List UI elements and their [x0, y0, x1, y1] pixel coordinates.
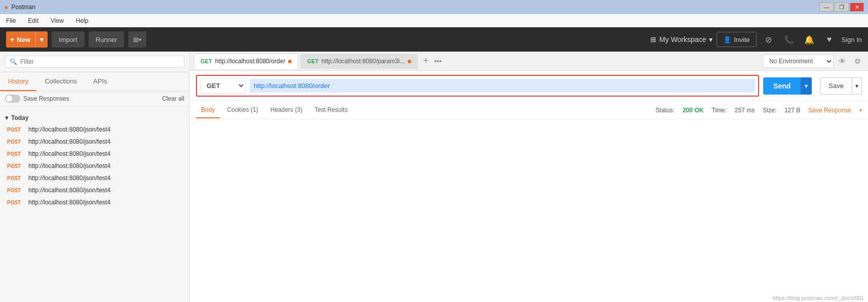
- tab-request-1[interactable]: GET http://localhost:8080/order: [194, 54, 298, 69]
- workspace-label: My Workspace: [659, 35, 706, 44]
- heart-button[interactable]: ♥: [821, 31, 838, 48]
- history-url: http://localhost:8080/json/test4: [28, 199, 110, 206]
- list-item[interactable]: POST http://localhost:8080/json/test4: [0, 123, 189, 136]
- tab-test-results[interactable]: Test Results: [309, 102, 352, 118]
- response-tabs-bar: Body Cookies (1) Headers (3) Test Result…: [190, 101, 868, 119]
- phone-icon-button[interactable]: 📞: [781, 31, 797, 48]
- list-item[interactable]: POST http://localhost:8080/json/test4: [0, 148, 189, 160]
- import-button[interactable]: Import: [52, 31, 85, 48]
- more-tabs-button[interactable]: •••: [434, 57, 442, 65]
- tab-request-2[interactable]: GET http://localhost:8080/param3i...: [300, 54, 418, 69]
- request-builder-outer: GET POST PUT DELETE PATCH Send ▾ Save ▾: [190, 71, 868, 101]
- intercept-arrow: ▾: [139, 37, 141, 42]
- tab-headers[interactable]: Headers (3): [265, 102, 307, 118]
- tab-method-label-1: GET: [201, 58, 212, 64]
- save-button-arrow[interactable]: ▾: [852, 77, 862, 95]
- intercept-button[interactable]: ⊞ ▾: [128, 31, 146, 48]
- workspace-button[interactable]: ⊞ My Workspace ▾: [650, 35, 713, 44]
- workspace-chevron-icon: ▾: [709, 35, 713, 44]
- menu-view[interactable]: View: [49, 16, 66, 25]
- list-item[interactable]: POST http://localhost:8080/json/test4: [0, 172, 189, 184]
- new-button-main[interactable]: + New: [6, 31, 36, 48]
- toolbar: + New ▾ Import Runner ⊞ ▾ ⊞ My Workspace…: [0, 27, 868, 52]
- history-url: http://localhost:8080/json/test4: [28, 175, 110, 182]
- tab-history[interactable]: History: [0, 72, 36, 91]
- app-icon: ●: [4, 3, 8, 11]
- search-toggle-button[interactable]: ⊘: [761, 31, 777, 48]
- environment-select[interactable]: No Environment: [763, 55, 834, 68]
- notification-button[interactable]: 🔔: [801, 31, 817, 48]
- tab-method-label-2: GET: [307, 58, 319, 64]
- sidebar: 🔍 History Collections APIs Save Response…: [0, 52, 190, 302]
- size-value: 127 B: [784, 107, 800, 114]
- workspace-grid-icon: ⊞: [650, 35, 656, 44]
- sign-in-button[interactable]: Sign In: [842, 36, 862, 44]
- maximize-button[interactable]: ❐: [835, 3, 849, 12]
- menu-bar: File Edit View Help: [0, 14, 868, 27]
- sidebar-content: ▾ Today POST http://localhost:8080/json/…: [0, 106, 189, 302]
- new-button-arrow[interactable]: ▾: [36, 31, 48, 48]
- list-item[interactable]: POST http://localhost:8080/json/test4: [0, 184, 189, 196]
- minimize-button[interactable]: —: [819, 3, 834, 12]
- list-item[interactable]: POST http://localhost:8080/json/test4: [0, 196, 189, 208]
- phone-icon: 📞: [784, 35, 794, 45]
- environment-selector-wrap: No Environment 👁 ⚙: [763, 55, 864, 68]
- clear-all-button[interactable]: Clear all: [162, 95, 184, 102]
- new-label: New: [17, 36, 30, 44]
- title-bar-left: ● Postman: [4, 3, 35, 11]
- history-group-header: ▾ Today: [0, 112, 189, 123]
- app-title: Postman: [11, 4, 35, 11]
- method-select[interactable]: GET POST PUT DELETE PATCH: [200, 78, 246, 94]
- send-button[interactable]: Send: [763, 77, 801, 95]
- tab-unsaved-dot-1: [288, 60, 292, 63]
- send-button-group: Send ▾: [763, 77, 812, 95]
- list-item[interactable]: POST http://localhost:8080/json/test4: [0, 160, 189, 172]
- filter-input[interactable]: [20, 58, 180, 65]
- tab-body[interactable]: Body: [196, 102, 220, 118]
- tab-url-label-2: http://localhost:8080/param3i...: [322, 58, 405, 65]
- tab-unsaved-dot-2: [408, 60, 411, 63]
- tab-cookies[interactable]: Cookies (1): [222, 102, 263, 118]
- title-bar-controls: — ❐ ✕: [819, 3, 864, 12]
- runner-button[interactable]: Runner: [89, 31, 125, 48]
- status-value: 200 OK: [683, 107, 703, 114]
- save-button[interactable]: Save: [820, 77, 852, 95]
- send-button-arrow[interactable]: ▾: [801, 77, 812, 95]
- method-badge: POST: [7, 200, 24, 205]
- invite-button[interactable]: 👤 Invite: [717, 32, 756, 47]
- toggle-knob: [6, 96, 12, 102]
- gear-icon: ⚙: [854, 57, 861, 65]
- request-area: GET http://localhost:8080/order GET http…: [190, 52, 868, 302]
- time-label: Time:: [712, 107, 727, 114]
- response-area: Body Cookies (1) Headers (3) Test Result…: [190, 101, 868, 302]
- close-button[interactable]: ✕: [850, 3, 864, 12]
- menu-help[interactable]: Help: [74, 16, 91, 25]
- save-responses-toggle-wrap: Save Responses: [5, 95, 69, 103]
- add-tab-button[interactable]: +: [420, 55, 432, 67]
- method-badge: POST: [7, 151, 24, 157]
- tab-url-label-1: http://localhost:8080/order: [215, 58, 286, 65]
- save-responses-toggle[interactable]: [5, 95, 20, 103]
- sidebar-tabs: History Collections APIs: [0, 72, 189, 92]
- tab-apis[interactable]: APIs: [85, 72, 115, 91]
- save-response-button[interactable]: Save Response: [808, 107, 851, 114]
- env-gear-button[interactable]: ⚙: [851, 55, 864, 68]
- env-eye-button[interactable]: 👁: [836, 55, 849, 68]
- title-bar: ● Postman — ❐ ✕: [0, 0, 868, 14]
- menu-edit[interactable]: Edit: [26, 16, 41, 25]
- method-badge: POST: [7, 176, 24, 181]
- history-url: http://localhost:8080/json/test4: [28, 162, 110, 169]
- list-item[interactable]: POST http://localhost:8080/json/test4: [0, 136, 189, 148]
- chevron-down-icon: ▾: [5, 114, 8, 121]
- history-url: http://localhost:8080/json/test4: [28, 150, 110, 157]
- new-button[interactable]: + New ▾: [6, 31, 48, 48]
- menu-file[interactable]: File: [4, 16, 18, 25]
- tab-collections[interactable]: Collections: [36, 72, 85, 91]
- url-input[interactable]: [250, 79, 755, 93]
- save-button-group: Save ▾: [820, 77, 862, 95]
- search-icon: 🔍: [10, 58, 17, 65]
- plus-icon: +: [10, 35, 14, 44]
- save-response-arrow[interactable]: ▾: [859, 107, 862, 113]
- status-label: Status:: [656, 107, 675, 114]
- method-badge: POST: [7, 127, 24, 133]
